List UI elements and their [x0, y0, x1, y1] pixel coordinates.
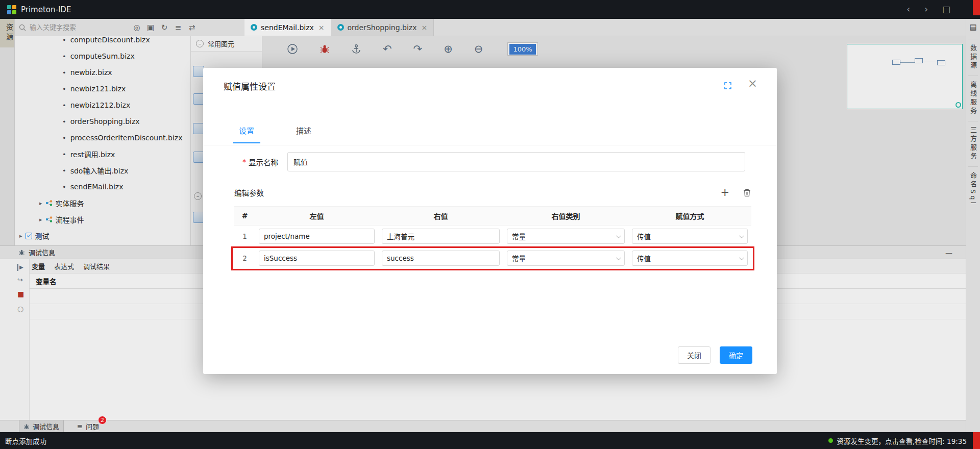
app-logo-icon	[7, 5, 16, 14]
fullscreen-icon[interactable]	[724, 82, 732, 91]
display-name-input[interactable]	[287, 152, 745, 171]
window-controls: ‹ › □	[906, 0, 950, 19]
required-mark: *	[242, 158, 246, 166]
corner-marker-bottom	[973, 432, 980, 449]
app-window: Primeton-IDE ‹ › □ ◎ ▣ ↻ ≡ ⇄ sendEMail.b…	[0, 0, 980, 449]
assignment-properties-dialog: 赋值属性设置 × 设置 描述 * 显示名称 编辑参数 + # 左值 右值 右值类	[203, 68, 777, 374]
titlebar: Primeton-IDE ‹ › □	[0, 0, 980, 19]
params-table-header: # 左值 右值 右值类别 赋值方式	[234, 206, 751, 226]
delete-param-icon[interactable]	[743, 188, 751, 197]
params-actions: +	[720, 187, 751, 198]
assign-mode-select[interactable]: 传值	[632, 251, 748, 266]
param-row-1: 1 常量 传值	[234, 226, 751, 247]
right-type-select[interactable]: 常量	[507, 251, 625, 266]
corner-marker-top	[973, 0, 980, 15]
dialog-footer: 关闭 确定	[678, 346, 752, 364]
tabs-divider	[203, 145, 777, 145]
display-name-row: * 显示名称	[242, 152, 745, 171]
assign-mode-select[interactable]: 传值	[632, 229, 748, 244]
close-icon[interactable]: ×	[748, 77, 757, 90]
status-dot-icon	[828, 438, 833, 443]
left-value-input[interactable]	[259, 229, 375, 244]
right-value-input[interactable]	[382, 229, 500, 244]
dialog-title: 赋值属性设置	[224, 80, 276, 92]
dialog-tabs: 设置 描述	[233, 125, 317, 143]
params-table: # 左值 右值 右值类别 赋值方式 1 常量 传值 2 常量 传值	[234, 206, 751, 269]
chevron-down-icon	[616, 233, 621, 238]
param-row-2-highlighted: 2 常量 传值	[234, 247, 751, 269]
edit-params-header: 编辑参数 +	[234, 187, 751, 198]
close-button[interactable]: 关闭	[678, 346, 710, 364]
app-title: Primeton-IDE	[21, 5, 71, 14]
right-type-select[interactable]: 常量	[507, 229, 625, 244]
right-value-input[interactable]	[382, 251, 500, 266]
edit-params-label: 编辑参数	[234, 187, 264, 198]
display-name-label: 显示名称	[249, 157, 278, 167]
nav-forward-icon[interactable]: ›	[924, 0, 928, 19]
chevron-down-icon	[616, 255, 621, 260]
statusbar: 断点添加成功 资源发生变更，点击查看,检查时间: 19:35	[0, 432, 980, 449]
chevron-down-icon	[739, 255, 744, 260]
nav-back-icon[interactable]: ‹	[906, 0, 910, 19]
row-index: 2	[234, 254, 255, 262]
layout-toggle-icon[interactable]: □	[942, 0, 950, 19]
status-message: 断点添加成功	[5, 436, 46, 446]
add-param-icon[interactable]: +	[720, 187, 729, 198]
left-value-input[interactable]	[259, 251, 375, 266]
tab-description[interactable]: 描述	[290, 125, 317, 143]
tab-settings[interactable]: 设置	[233, 125, 260, 143]
row-index: 1	[234, 232, 255, 240]
ok-button[interactable]: 确定	[720, 346, 752, 364]
chevron-down-icon	[739, 233, 744, 238]
resource-change-notice[interactable]: 资源发生变更，点击查看,检查时间: 19:35	[828, 436, 967, 446]
